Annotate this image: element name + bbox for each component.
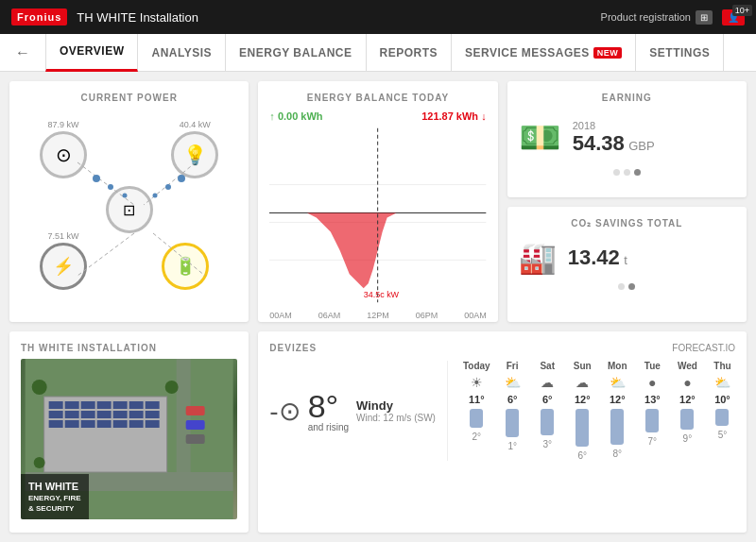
weather-day-4: Mon ⛅ 12° 8° <box>605 361 630 461</box>
registration-icon: ⊞ <box>696 10 713 25</box>
svg-rect-42 <box>186 406 205 415</box>
day-icon: ☁ <box>541 375 554 390</box>
day-low: 7° <box>648 436 658 447</box>
day-low: 2° <box>472 432 482 442</box>
factory-icon: 🏭 <box>519 240 557 276</box>
rain-bar <box>645 409 659 432</box>
inverter-icon: ⊡ <box>106 186 153 233</box>
day-icon: ● <box>648 375 656 390</box>
co2-content: 🏭 13.42 t <box>519 236 735 279</box>
earning-dots <box>519 169 735 176</box>
earning-content: 💵 2018 54.38 GBP <box>519 110 735 165</box>
co2-unit: t <box>624 253 627 267</box>
svg-rect-29 <box>65 411 79 418</box>
day-high: 12° <box>610 394 626 405</box>
right-column: EARNING 💵 2018 54.38 GBP CO₂ SAVINGS TOT… <box>507 81 747 322</box>
day-low: 6° <box>577 450 587 461</box>
earning-currency: GBP <box>628 139 654 153</box>
day-low: 3° <box>542 439 552 449</box>
main-content: CURRENT POWER 87.9 kW ⊙ 40.4 kW 💡 ⊡ 7.51… <box>0 72 756 542</box>
svg-rect-21 <box>49 401 63 409</box>
wind-info: Wind: 12 m/s (SW) <box>356 413 436 423</box>
weather-day-2: Sat ☁ 6° 3° <box>535 361 560 461</box>
nav-overview[interactable]: OVERVIEW <box>45 34 138 72</box>
home-icon: 💡 <box>171 131 218 178</box>
day-icon: ☀ <box>471 375 483 390</box>
svg-rect-44 <box>186 434 205 444</box>
dot-2[interactable] <box>624 169 630 176</box>
nav-settings[interactable]: SETTINGS <box>636 34 724 72</box>
energy-header: ↑ 0.00 kWh 121.87 kWh ↓ <box>269 110 486 122</box>
weather-day-0: Today ☀ 11° 2° <box>463 361 490 461</box>
installation-title: TH WHITE INSTALLATION <box>21 343 237 353</box>
svg-rect-40 <box>129 420 144 428</box>
co2-dot-2[interactable] <box>628 283 635 290</box>
day-icon: ⛅ <box>714 375 730 390</box>
svg-point-47 <box>165 381 179 394</box>
solar-node: 87.9 kW ⊙ <box>40 120 87 178</box>
day-high: 12° <box>679 394 696 405</box>
rain-bar <box>715 409 729 426</box>
energy-from: ↑ 0.00 kWh <box>269 110 322 122</box>
nav-analysis[interactable]: ANALYSIS <box>138 34 226 72</box>
day-high: 13° <box>644 394 661 405</box>
day-low: 8° <box>613 449 623 459</box>
day-name: Today <box>463 361 490 371</box>
battery-icon: 🔋 <box>162 243 209 290</box>
power-diagram: 87.9 kW ⊙ 40.4 kW 💡 ⊡ 7.51 kW ⚡ 🔋 <box>21 110 237 309</box>
svg-rect-25 <box>113 401 128 409</box>
co2-dot-1[interactable] <box>618 283 625 290</box>
svg-point-46 <box>34 457 45 468</box>
earning-title: EARNING <box>519 93 735 103</box>
nav-energy-balance[interactable]: ENERGY BALANCE <box>226 34 366 72</box>
co2-data: 13.42 t <box>568 246 627 270</box>
brand-sub: ENERGY, FIRE& SECURITY <box>28 494 81 514</box>
svg-rect-39 <box>113 420 128 428</box>
day-low: 1° <box>507 441 517 451</box>
nav-reports[interactable]: REPORTS <box>367 34 453 72</box>
earning-year: 2018 <box>573 120 655 131</box>
current-power-card: CURRENT POWER 87.9 kW ⊙ 40.4 kW 💡 ⊡ 7.51… <box>9 81 249 322</box>
grid-node: 7.51 kW ⚡ <box>40 231 87 290</box>
svg-point-4 <box>93 175 100 182</box>
co2-dots <box>519 283 735 290</box>
temp-info: 8° and rising <box>308 390 349 432</box>
nav: ← OVERVIEW ANALYSIS ENERGY BALANCE REPOR… <box>0 34 756 72</box>
fronius-logo: Fronius <box>11 8 67 25</box>
svg-rect-28 <box>49 411 63 418</box>
svg-point-9 <box>153 194 158 198</box>
day-name: Sun <box>574 361 592 371</box>
day-high: 6° <box>542 394 553 405</box>
weather-forecast: Today ☀ 11° 2° Fri ⛅ 6° 1° Sat ☁ 6° 3° S… <box>463 361 735 461</box>
weather-day-5: Tue ● 13° 7° <box>640 361 665 461</box>
day-icon: ⛅ <box>610 375 626 390</box>
day-name: Sat <box>540 361 555 371</box>
day-high: 12° <box>575 394 591 405</box>
earning-data: 2018 54.38 GBP <box>573 120 655 156</box>
rain-bar <box>610 409 624 445</box>
svg-rect-24 <box>97 401 112 409</box>
day-icon: ⛅ <box>505 375 521 390</box>
rain-bar <box>680 409 694 430</box>
forecast-link[interactable]: FORECAST.IO <box>672 343 735 353</box>
installation-photo-card: TH WHITE INSTALLATION <box>9 331 249 533</box>
brand-overlay: TH WHITE ENERGY, FIRE& SECURITY <box>21 474 89 519</box>
svg-point-8 <box>165 184 171 190</box>
home-value: 40.4 kW <box>180 120 211 129</box>
product-registration[interactable]: Product registration ⊞ <box>601 10 713 25</box>
nav-service-messages[interactable]: SERVICE MESSAGES NEW <box>452 34 636 72</box>
svg-rect-41 <box>146 420 160 428</box>
devices-title: DEVIZES <box>269 343 317 353</box>
day-name: Thu <box>713 361 730 371</box>
svg-rect-23 <box>81 401 95 409</box>
header-left: Fronius TH WHITE Installation <box>11 8 198 25</box>
back-button[interactable]: ← <box>15 44 30 61</box>
current-power-title: CURRENT POWER <box>21 93 237 103</box>
meter-value: 7.51 kW <box>47 231 78 241</box>
meter-node: ⊡ <box>106 186 153 233</box>
dot-1[interactable] <box>613 169 620 176</box>
energy-balance-title: ENERGY BALANCE TODAY <box>269 93 486 103</box>
svg-rect-31 <box>97 411 112 418</box>
user-menu[interactable]: 👤 10+ <box>722 9 745 25</box>
dot-3[interactable] <box>634 169 641 176</box>
